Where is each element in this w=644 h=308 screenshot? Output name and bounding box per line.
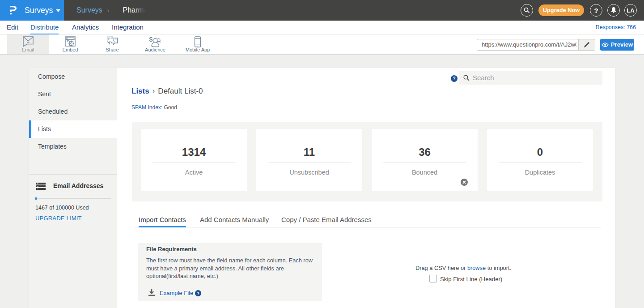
svg-text:$: $: [149, 36, 153, 43]
svg-text:?: ?: [453, 76, 455, 81]
svg-text:?: ?: [197, 291, 199, 296]
